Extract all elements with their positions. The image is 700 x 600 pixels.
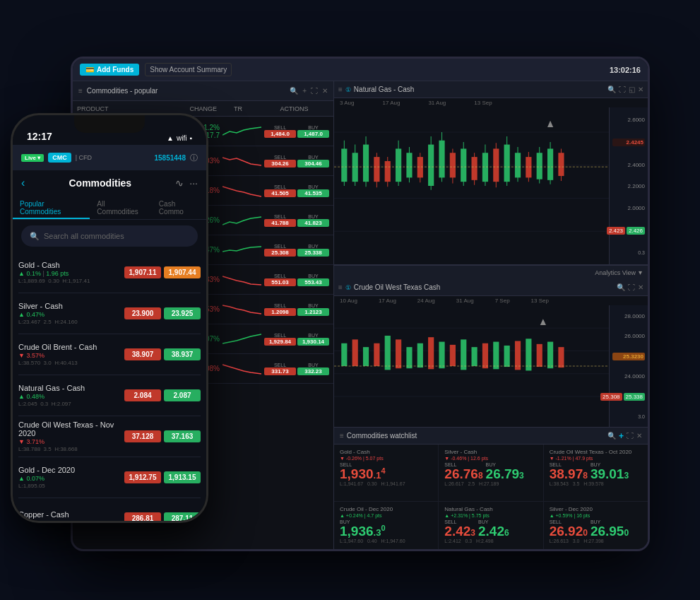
buy-button[interactable]: 41.823 [297, 219, 329, 227]
add-quote-icon[interactable]: + [619, 431, 624, 441]
close-chart-icon[interactable]: ✕ [638, 86, 643, 93]
svg-rect-67 [504, 346, 510, 367]
close-quotes-icon[interactable]: ✕ [636, 432, 642, 440]
svg-marker-46 [547, 121, 553, 127]
add-tab-icon[interactable]: + [302, 87, 307, 95]
quote-meta: L:2.412 0.3 H:2.498 [444, 539, 537, 543]
expand-quotes-icon[interactable]: ⛶ [627, 432, 634, 440]
more-icon[interactable]: ··· [189, 177, 198, 189]
search-chart-icon[interactable]: 🔍 [607, 86, 616, 93]
buy-button[interactable]: 1.2123 [297, 308, 329, 316]
list-item-silver[interactable]: Silver - Cash ▲ 0.47% L:23.467 2.5 H:24.… [18, 293, 201, 334]
search-placeholder: Search all commodities [44, 232, 124, 240]
quote-item-silver[interactable]: Silver - Cash ▼ -0.46% | 12.6 pts SELL 2… [439, 445, 542, 501]
sell-button[interactable]: 1.2098 [264, 308, 296, 316]
crude-oil-chart: ≡ ① Crude Oil West Texas Cash 🔍 ⛶ ✕ 10 A… [334, 279, 648, 428]
phone: 12:17 ▲ wifi ▪ Live ▾ CMC | CFD 15851448… [11, 113, 208, 523]
crude-sell: 25.308 [600, 393, 622, 401]
search-quotes-icon[interactable]: 🔍 [607, 432, 616, 440]
quote-name: Crude Oil - Dec 2020 [340, 506, 432, 512]
tab-popular[interactable]: Popular Commodities [13, 196, 90, 219]
quote-item-crude-oct[interactable]: Crude Oil West Texas - Oct 2020 ▼ -1.21%… [544, 445, 648, 501]
float-chart-icon[interactable]: ◱ [629, 86, 635, 93]
quote-meta: L:1,941.67 0.30 H:1,941.67 [340, 481, 432, 486]
close-chart-icon[interactable]: ✕ [638, 283, 643, 291]
buy-button[interactable]: 1,930.14 [297, 338, 329, 346]
buy-button[interactable]: 41.535 [297, 189, 329, 197]
svg-rect-72 [558, 347, 564, 367]
svg-rect-62 [450, 345, 456, 366]
buy-button[interactable]: 553.43 [297, 278, 329, 286]
chart-icon[interactable]: ∿ [175, 177, 184, 189]
svg-marker-73 [540, 319, 546, 325]
phone-search-bar[interactable]: 🔍 Search all commodities [21, 225, 198, 247]
buy-button[interactable]: 332.23 [297, 367, 329, 375]
expand-chart-icon[interactable]: ⛶ [619, 86, 626, 93]
buy-price-pill[interactable]: 1,907.44 [164, 266, 201, 278]
buy-button[interactable]: 25.338 [297, 249, 329, 257]
cmc-logo: CMC [48, 153, 71, 163]
quote-item-silver-dec[interactable]: Silver - Dec 2020 ▲ +0.59% | 16 pts SELL… [544, 502, 648, 549]
add-funds-button[interactable]: 💳 Add Funds [80, 64, 139, 76]
list-item-gold-dec[interactable]: Gold - Dec 2020 ▲ 0.07% L:1,895.05 1,912… [18, 457, 201, 498]
list-item-copper[interactable]: Copper - Cash ▲ 0.54% 286.81 287.11 [18, 498, 201, 521]
sell-price-pill[interactable]: 1,912.75 [124, 471, 161, 483]
sell-button[interactable]: 304.26 [264, 160, 296, 167]
item-info: Copper - Cash ▲ 0.54% [18, 510, 120, 521]
sell-button[interactable]: 41.505 [264, 189, 296, 197]
actions-cell: SELL 1,929.84 BUY 1,930.14 [264, 333, 329, 346]
show-account-button[interactable]: Show Account Summary [145, 63, 232, 76]
buy-price-pill[interactable]: 1,913.15 [164, 471, 201, 483]
buy-button[interactable]: 304.46 [297, 160, 329, 167]
expand-icon[interactable]: ⛶ [311, 87, 318, 95]
sell-price-pill[interactable]: 2.084 [124, 389, 161, 401]
buy-price: 2.426 [478, 524, 509, 538]
back-button[interactable]: ‹ [21, 177, 25, 189]
item-meta: L:38.570 3.0 H:40.413 [18, 360, 120, 366]
sell-button[interactable]: 331.73 [264, 367, 296, 375]
sell-button[interactable]: 25.308 [264, 249, 296, 257]
sell-price-pill[interactable]: 23.900 [124, 307, 161, 319]
sell-price-pill[interactable]: 37.128 [124, 430, 161, 442]
sell-button[interactable]: 1,484.0 [264, 130, 296, 138]
sell-price-pill[interactable]: 38.907 [124, 348, 161, 360]
search-chart-icon[interactable]: 🔍 [617, 283, 625, 291]
crude-buy: 25.338 [624, 393, 645, 401]
sell-button[interactable]: 1,929.84 [264, 338, 296, 346]
tab-cash[interactable]: Cash Commo [152, 196, 206, 219]
quote-item-natgas[interactable]: Natural Gas - Cash ▲ +2.31% | 5.75 pts S… [439, 502, 542, 549]
quote-item-crude-dec[interactable]: Crude Oil - Dec 2020 ▲ +0.24% | 4.7 pts … [334, 502, 438, 549]
quote-meta: L:26.617 2.5 H:27.189 [444, 481, 537, 486]
buy-button[interactable]: 1,487.0 [297, 130, 329, 138]
phone-nav: ‹ Commodities ∿ ··· [13, 170, 206, 196]
list-item-natgas[interactable]: Natural Gas - Cash ▲ 0.48% L:2.045 0.3 H… [18, 375, 201, 416]
quote-item-gold[interactable]: Gold - Cash ▼ -0.26% | 5.07 pts SELL 1,9… [334, 445, 438, 501]
crude-chart-title: Crude Oil West Texas Cash [354, 283, 614, 291]
item-change: ▲ 0.07% [18, 475, 120, 482]
quote-meta: L:26.613 3.0 H:27.398 [550, 539, 642, 543]
svg-rect-55 [374, 343, 379, 366]
search-icon[interactable]: 🔍 [290, 87, 298, 95]
tab-all[interactable]: All Commodities [90, 196, 152, 219]
buy-price-pill[interactable]: 23.925 [164, 307, 201, 319]
analytics-chevron[interactable]: ▾ [639, 269, 642, 276]
close-icon[interactable]: ✕ [322, 87, 328, 95]
buy-price-pill[interactable]: 37.163 [164, 430, 201, 442]
actions-cell: SELL 304.26 BUY 304.46 [264, 155, 329, 167]
svg-rect-53 [352, 339, 358, 366]
quote-change: ▲ +0.59% | 16 pts [550, 513, 642, 518]
sell-button[interactable]: 41.788 [264, 219, 296, 227]
price-2424: 2.4245 [612, 139, 645, 146]
top-bar-left: 💳 Add Funds Show Account Summary [80, 63, 232, 76]
sell-price-pill[interactable]: 286.81 [124, 512, 161, 521]
sell-button[interactable]: 551.03 [264, 278, 296, 286]
sparkline [223, 184, 261, 198]
buy-price-pill[interactable]: 2.087 [164, 389, 201, 401]
phone-notch [74, 115, 145, 133]
list-item-crude-wti[interactable]: Crude Oil West Texas - Nov 2020 ▼ 3.71% … [18, 416, 201, 457]
buy-price-pill[interactable]: 38.937 [164, 348, 201, 360]
list-item-gold[interactable]: Gold - Cash ▲ 0.1% | 1.96 pts L:1,889.69… [18, 252, 201, 293]
sell-price-pill[interactable]: 1,907.11 [124, 266, 161, 278]
expand-chart-icon[interactable]: ⛶ [628, 283, 635, 291]
list-item-crude-brent[interactable]: Crude Oil Brent - Cash ▼ 3.57% L:38.570 … [18, 334, 201, 375]
